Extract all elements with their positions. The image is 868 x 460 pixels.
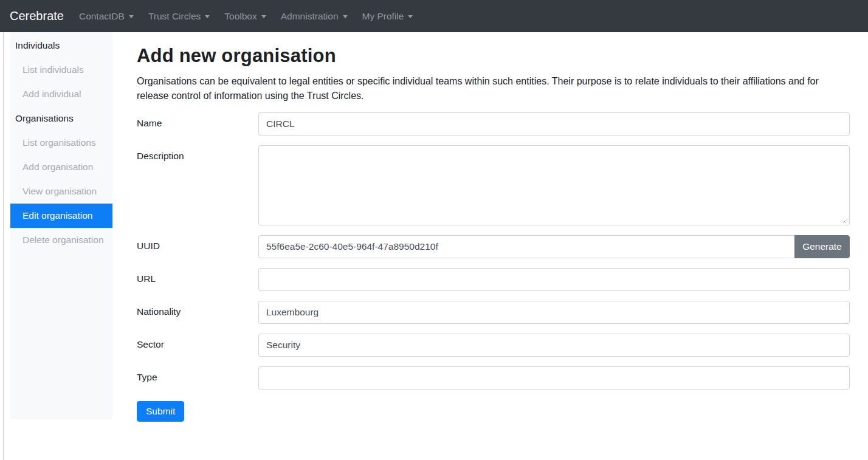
- sidebar-item-list-individuals[interactable]: List individuals: [10, 58, 112, 82]
- nav-item-contactdb[interactable]: ContactDB: [77, 6, 136, 27]
- form-row-sector: Sector: [137, 334, 850, 357]
- app-brand[interactable]: Cerebrate: [10, 9, 64, 23]
- caret-down-icon: [408, 15, 413, 18]
- sidebar-left-border: [3, 32, 4, 460]
- nav-item-my-profile[interactable]: My Profile: [360, 6, 416, 27]
- caret-down-icon: [129, 15, 134, 18]
- description-label: Description: [137, 145, 258, 162]
- nav-item-label: Toolbox: [224, 11, 257, 22]
- sector-label: Sector: [137, 334, 258, 350]
- sidebar: Individuals List individuals Add individ…: [10, 32, 112, 419]
- page-title: Add new organisation: [137, 45, 850, 67]
- nav-item-label: My Profile: [362, 11, 404, 22]
- generate-button[interactable]: Generate: [794, 235, 850, 258]
- type-field[interactable]: [258, 366, 850, 390]
- caret-down-icon: [343, 15, 348, 18]
- nav-item-label: Admnistration: [281, 11, 339, 22]
- uuid-field[interactable]: [258, 235, 795, 258]
- nav-item-label: ContactDB: [79, 11, 125, 22]
- uuid-label: UUID: [137, 235, 258, 252]
- sidebar-item-add-individual[interactable]: Add individual: [10, 82, 112, 106]
- form-row-type: Type: [137, 366, 850, 390]
- sidebar-section-individuals: Individuals: [10, 33, 112, 58]
- nav-item-administration[interactable]: Admnistration: [278, 6, 350, 27]
- caret-down-icon: [205, 15, 210, 18]
- top-navbar: Cerebrate ContactDB Trust Circles Toolbo…: [0, 0, 868, 32]
- type-label: Type: [137, 366, 258, 383]
- nationality-label: Nationality: [137, 301, 258, 317]
- resize-handle-icon[interactable]: [842, 218, 848, 224]
- caret-down-icon: [261, 15, 266, 18]
- sidebar-item-edit-organisation[interactable]: Edit organisation: [10, 204, 112, 228]
- sidebar-item-delete-organisation[interactable]: Delete organisation: [10, 228, 112, 252]
- sector-field[interactable]: [258, 334, 850, 357]
- name-label: Name: [137, 112, 258, 129]
- submit-button[interactable]: Submit: [137, 401, 184, 422]
- sidebar-section-organisations: Organisations: [10, 106, 112, 131]
- nav-item-toolbox[interactable]: Toolbox: [222, 6, 268, 27]
- sidebar-item-add-organisation[interactable]: Add organisation: [10, 155, 112, 179]
- form-row-url: URL: [137, 268, 850, 291]
- form-row-description: Description: [137, 145, 850, 225]
- name-field[interactable]: [258, 112, 850, 136]
- sidebar-item-list-organisations[interactable]: List organisations: [10, 131, 112, 155]
- nationality-field[interactable]: [258, 301, 850, 324]
- page-description: Organisations can be equivalent to legal…: [137, 74, 850, 103]
- organisation-form: Name Description UUID Generate U: [137, 112, 850, 422]
- main-content: Add new organisation Organisations can b…: [137, 32, 850, 422]
- url-label: URL: [137, 268, 258, 284]
- sidebar-item-view-organisation[interactable]: View organisation: [10, 179, 112, 204]
- nav-item-label: Trust Circles: [148, 11, 201, 22]
- form-row-nationality: Nationality: [137, 301, 850, 324]
- form-row-uuid: UUID Generate: [137, 235, 850, 258]
- url-field[interactable]: [258, 268, 850, 291]
- form-row-name: Name: [137, 112, 850, 136]
- description-field[interactable]: [258, 145, 850, 225]
- nav-item-trust-circles[interactable]: Trust Circles: [146, 6, 212, 27]
- navbar-menu: ContactDB Trust Circles Toolbox Admnistr…: [77, 6, 415, 27]
